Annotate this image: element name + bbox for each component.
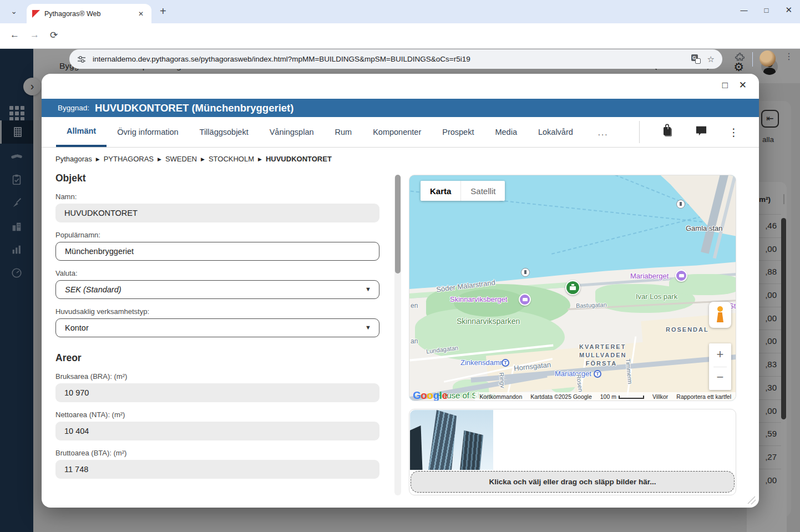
tab-tillaggsobjekt[interactable]: Tilläggsobjekt — [189, 117, 259, 147]
browser-menu-icon[interactable]: ⋮ — [784, 51, 793, 62]
map-scale: 100 m — [600, 393, 644, 400]
tab-ovrig-information[interactable]: Övrig information — [107, 117, 189, 147]
tab-search-caret-icon[interactable]: ⌄ — [7, 4, 21, 19]
breadcrumb-item[interactable]: Pythagoras — [55, 155, 92, 163]
window-minimize-icon[interactable]: — — [741, 6, 748, 14]
nta-field: 10 404 — [55, 422, 379, 440]
tab-rum[interactable]: Rum — [325, 117, 363, 147]
image-upload-card: Klicka och välj eller drag och släpp bil… — [409, 409, 736, 495]
new-tab-button[interactable]: + — [160, 5, 166, 18]
monument-icon[interactable] — [676, 200, 685, 209]
breadcrumb-item[interactable]: SWEDEN — [165, 155, 197, 163]
breadcrumb-item[interactable]: STOCKHOLM — [209, 155, 254, 163]
map-label-zinkensdamm: Zinkensdamm — [460, 358, 506, 367]
dialog-tab-bar: Allmänt Övrig information Tilläggsobjekt… — [42, 117, 759, 148]
map-label-skinnarviksberget: Skinnarviksberget — [450, 295, 507, 303]
attachment-icon[interactable] — [661, 124, 674, 140]
dialog-resize-handle[interactable] — [748, 496, 756, 504]
building-photo-thumbnail[interactable] — [410, 410, 493, 470]
tab-media[interactable]: Media — [484, 117, 528, 147]
bta-field-label: Bruttoarea (BTA): (m²) — [55, 449, 379, 457]
map-label-ivar-los-park: Ivar Los park — [636, 292, 677, 301]
window-maximize-icon[interactable]: □ — [764, 6, 769, 14]
bra-field: 10 970 — [55, 383, 379, 402]
browser-tab-strip: ⌄ Pythagoras® Web ✕ + — □ ✕ — [0, 0, 800, 23]
building-dialog: □ ✕ Byggnad: HUVUDKONTORET (Münchenbrygg… — [42, 74, 759, 508]
google-map[interactable]: Gamla stan Söder Mälarstrand Skinnarviks… — [409, 175, 736, 401]
breadcrumb-separator-icon: ▶ — [96, 156, 100, 162]
zoom-out-button[interactable]: − — [709, 370, 731, 384]
report-map-error-link[interactable]: Rapportera ett kartfel — [676, 393, 731, 400]
kebab-menu-icon[interactable]: ⋮ — [728, 126, 739, 139]
bra-field-label: Bruksarea (BRA): (m²) — [55, 372, 379, 381]
breadcrumb-item[interactable]: PYTHAGORAS — [104, 155, 154, 163]
metro-icon[interactable]: T — [502, 359, 509, 367]
toolbar-divider — [752, 52, 753, 67]
map-label-fragment: en — [411, 302, 418, 310]
comment-icon[interactable] — [695, 125, 707, 139]
pegman-icon[interactable] — [717, 306, 723, 322]
tab-lokalvard[interactable]: Lokalvård — [528, 117, 584, 147]
address-bar[interactable]: internaldemo.dev.pythagoras.se/pythagora… — [69, 49, 722, 69]
keyboard-shortcuts-link[interactable]: Kortkommandon — [479, 393, 522, 400]
popular-name-field[interactable]: Münchenbryggeriet — [55, 242, 379, 261]
object-form: Pythagoras ▶ PYTHAGORAS ▶ SWEDEN ▶ STOCK… — [55, 155, 379, 479]
map-label-fragment: an — [411, 337, 418, 345]
street-view-control[interactable] — [709, 302, 731, 328]
bookmark-star-icon[interactable]: ☆ — [707, 54, 715, 64]
poi-marker-mariaberget[interactable] — [675, 270, 687, 282]
building-location-marker[interactable] — [565, 280, 580, 295]
map-label-ringvagen: Ringv — [498, 372, 506, 388]
chevron-down-icon: ▼ — [365, 286, 371, 292]
object-type-label: Byggnad: — [58, 104, 89, 112]
map-type-control: Karta Satellit — [421, 181, 505, 201]
window-close-icon[interactable]: ✕ — [785, 5, 792, 15]
browser-profile-avatar[interactable] — [760, 50, 776, 67]
tab-close-icon[interactable]: ✕ — [136, 9, 146, 19]
dialog-title: HUVUDKONTORET (Münchenbryggeriet) — [95, 102, 293, 114]
map-type-karta-button[interactable]: Karta — [421, 181, 460, 201]
terms-link[interactable]: Villkor — [652, 393, 668, 400]
dialog-maximize-icon[interactable]: □ — [722, 80, 728, 91]
dialog-close-icon[interactable]: ✕ — [739, 79, 747, 91]
translate-icon[interactable]: G — [691, 54, 701, 64]
browser-toolbar: ← → ⟳ internaldemo.dev.pythagoras.se/pyt… — [0, 23, 800, 49]
dialog-title-bar: Byggnad: HUVUDKONTORET (Münchenbryggerie… — [42, 99, 759, 117]
bta-field: 11 748 — [55, 460, 379, 479]
tab-title: Pythagoras® Web — [44, 10, 131, 18]
section-heading-areor: Areor — [55, 352, 379, 364]
image-dropzone[interactable]: Klicka och välj eller drag och släpp bil… — [411, 471, 735, 493]
breadcrumb: Pythagoras ▶ PYTHAGORAS ▶ SWEDEN ▶ STOCK… — [55, 155, 379, 163]
activity-type-select[interactable]: Kontor ▼ — [55, 318, 379, 337]
map-attribution: Kortkommandon Kartdata ©2025 Google 100 … — [475, 392, 736, 401]
map-data-label: Kartdata ©2025 Google — [530, 393, 591, 400]
site-settings-icon[interactable] — [77, 55, 86, 64]
browser-tab[interactable]: Pythagoras® Web ✕ — [27, 4, 151, 23]
forward-icon[interactable]: → — [30, 29, 39, 40]
extensions-icon[interactable] — [735, 53, 745, 65]
tab-vaningsplan[interactable]: Våningsplan — [259, 117, 325, 147]
tab-komponenter[interactable]: Komponenter — [362, 117, 432, 147]
zoom-in-button[interactable]: + — [709, 347, 731, 362]
breadcrumb-current: HUVUDKONTORET — [266, 155, 332, 163]
name-field: HUVUDKONTORET — [55, 204, 379, 222]
poi-marker-skinnarviksberget[interactable] — [519, 293, 531, 306]
currency-select[interactable]: SEK (Standard) ▼ — [55, 280, 379, 299]
google-logo[interactable]: Google — [413, 389, 447, 401]
reload-icon[interactable]: ⟳ — [50, 29, 58, 41]
metro-icon[interactable]: T — [594, 370, 601, 378]
tab-prospekt[interactable]: Prospekt — [432, 117, 484, 147]
activity-type-field-label: Huvudsaklig verksamhetstyp: — [55, 307, 379, 316]
map-label-mariaberget: Mariaberget — [630, 272, 669, 280]
more-tabs-button[interactable]: ... — [584, 117, 623, 147]
tab-allmant[interactable]: Allmänt — [56, 117, 107, 147]
dialog-top-bar: □ ✕ — [42, 74, 759, 99]
map-type-satellit-button[interactable]: Satellit — [460, 181, 505, 201]
url-text[interactable]: internaldemo.dev.pythagoras.se/pythagora… — [93, 55, 685, 63]
back-icon[interactable]: ← — [10, 29, 19, 40]
section-heading-objekt: Objekt — [55, 173, 379, 184]
map-label-bastugatan: Bastugatan — [576, 301, 607, 309]
form-scrollbar[interactable] — [394, 175, 401, 495]
form-scrollbar-thumb[interactable] — [395, 175, 401, 273]
monument-icon[interactable] — [521, 268, 530, 277]
